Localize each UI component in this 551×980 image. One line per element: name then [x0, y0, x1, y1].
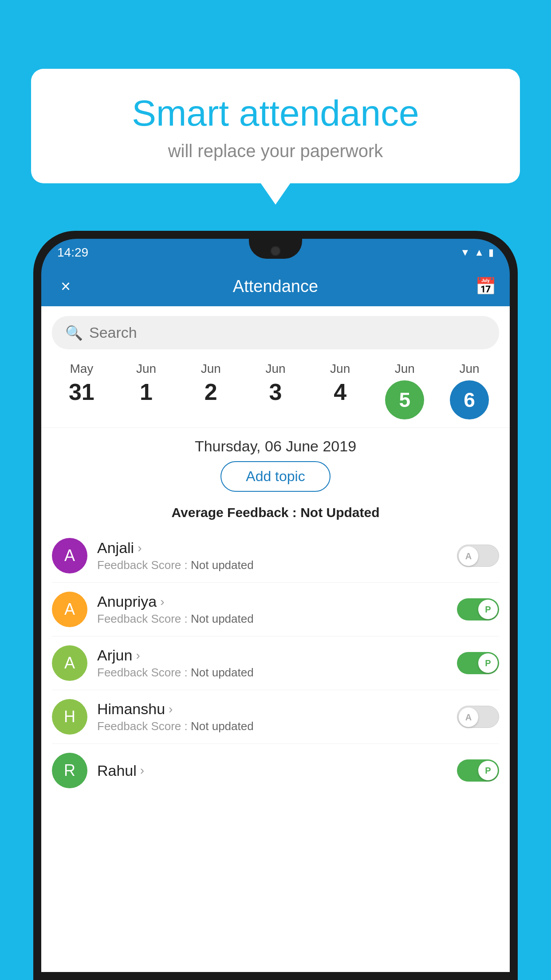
calendar-day-3[interactable]: Jun 3	[251, 362, 300, 427]
calendar-icon[interactable]: 📅	[474, 277, 496, 296]
signal-icon: ▲	[474, 247, 484, 258]
student-avatar-4: R	[52, 753, 87, 788]
student-feedback-0: Feedback Score : Not updated	[97, 558, 447, 572]
toggle-knob-4: P	[478, 761, 498, 780]
student-info-1: Anupriya › Feedback Score : Not updated	[97, 593, 447, 626]
status-icons: ▼ ▲ ▮	[460, 247, 494, 258]
chevron-icon-3: ›	[169, 702, 173, 716]
chevron-icon-1: ›	[160, 595, 164, 609]
chevron-icon-0: ›	[138, 541, 142, 555]
toggle-wrap-1[interactable]: P	[457, 598, 499, 620]
app-toolbar: × Attendance 📅	[41, 266, 510, 306]
avg-feedback-value: Not Updated	[300, 505, 379, 520]
student-name-4[interactable]: Rahul ›	[97, 762, 447, 779]
toolbar-title: Attendance	[77, 277, 474, 296]
phone-frame: 14:29 ▼ ▲ ▮ × Attendance 📅 🔍 May	[33, 231, 518, 980]
student-avatar-3: H	[52, 699, 87, 735]
cal-date-0: 31	[69, 380, 94, 403]
student-info-0: Anjali › Feedback Score : Not updated	[97, 539, 447, 572]
cal-month-2: Jun	[201, 362, 221, 376]
calendar-day-0[interactable]: May 31	[57, 362, 106, 427]
student-name-1[interactable]: Anupriya ›	[97, 593, 447, 610]
student-name-2[interactable]: Arjun ›	[97, 647, 447, 664]
student-item-1: A Anupriya › Feedback Score : Not update…	[52, 583, 499, 636]
bubble-subtitle: will replace your paperwork	[58, 141, 493, 161]
cal-month-5: Jun	[395, 362, 415, 376]
close-button[interactable]: ×	[55, 277, 77, 296]
toggle-wrap-0[interactable]: A	[457, 545, 499, 567]
cal-month-1: Jun	[136, 362, 156, 376]
attendance-toggle-3[interactable]: A	[457, 706, 499, 728]
calendar-day-1[interactable]: Jun 1	[122, 362, 171, 427]
toggle-wrap-4[interactable]: P	[457, 759, 499, 782]
student-feedback-2: Feedback Score : Not updated	[97, 666, 447, 680]
student-feedback-3: Feedback Score : Not updated	[97, 719, 447, 733]
toggle-knob-2: P	[478, 653, 498, 673]
search-input[interactable]	[89, 324, 486, 341]
attendance-toggle-4[interactable]: P	[457, 759, 499, 782]
student-name-0[interactable]: Anjali ›	[97, 539, 447, 557]
student-item-4: R Rahul › P	[52, 744, 499, 797]
selected-date-label: Thursday, 06 June 2019	[41, 428, 510, 461]
attendance-toggle-2[interactable]: P	[457, 652, 499, 674]
cal-month-0: May	[70, 362, 93, 376]
student-item-2: A Arjun › Feedback Score : Not updated P	[52, 636, 499, 690]
calendar-day-4[interactable]: Jun 4	[316, 362, 365, 427]
cal-date-5: 5	[385, 380, 424, 419]
student-name-3[interactable]: Himanshu ›	[97, 700, 447, 718]
wifi-icon: ▼	[460, 247, 470, 258]
cal-month-6: Jun	[459, 362, 479, 376]
battery-icon: ▮	[488, 247, 494, 258]
student-list: A Anjali › Feedback Score : Not updated …	[41, 529, 510, 797]
cal-month-4: Jun	[330, 362, 350, 376]
student-feedback-1: Feedback Score : Not updated	[97, 612, 447, 626]
student-info-3: Himanshu › Feedback Score : Not updated	[97, 700, 447, 733]
status-bar: 14:29 ▼ ▲ ▮	[41, 239, 510, 266]
cal-date-1: 1	[140, 380, 153, 403]
student-avatar-2: A	[52, 645, 87, 681]
notch	[249, 239, 302, 259]
student-avatar-1: A	[52, 592, 87, 627]
calendar-strip: May 31 Jun 1 Jun 2 Jun 3 Jun 4	[41, 357, 510, 428]
chevron-icon-4: ›	[140, 763, 144, 778]
cal-date-4: 4	[334, 380, 346, 403]
app-content: 🔍 May 31 Jun 1 Jun 2 Jun	[41, 306, 510, 972]
status-time: 14:29	[57, 245, 88, 260]
average-feedback: Average Feedback : Not Updated	[41, 501, 510, 529]
toggle-knob-3: A	[459, 707, 478, 727]
cal-month-3: Jun	[265, 362, 285, 376]
attendance-toggle-0[interactable]: A	[457, 545, 499, 567]
phone-inner: 14:29 ▼ ▲ ▮ × Attendance 📅 🔍 May	[41, 239, 510, 972]
avg-feedback-label: Average Feedback :	[171, 505, 296, 520]
calendar-day-2[interactable]: Jun 2	[186, 362, 235, 427]
notch-camera	[271, 246, 280, 256]
student-info-2: Arjun › Feedback Score : Not updated	[97, 647, 447, 680]
attendance-toggle-1[interactable]: P	[457, 598, 499, 620]
calendar-day-5[interactable]: Jun 5	[380, 362, 429, 427]
chevron-icon-2: ›	[136, 648, 140, 663]
search-bar[interactable]: 🔍	[52, 316, 499, 349]
toggle-knob-0: A	[459, 546, 478, 566]
calendar-day-6[interactable]: Jun 6	[445, 362, 494, 427]
add-topic-button[interactable]: Add topic	[220, 461, 330, 492]
toggle-wrap-3[interactable]: A	[457, 706, 499, 728]
toggle-knob-1: P	[478, 600, 498, 619]
search-icon: 🔍	[65, 324, 83, 341]
speech-bubble-container: Smart attendance will replace your paper…	[31, 69, 520, 183]
student-item-3: H Himanshu › Feedback Score : Not update…	[52, 690, 499, 744]
bubble-title: Smart attendance	[58, 93, 493, 133]
student-item-0: A Anjali › Feedback Score : Not updated …	[52, 529, 499, 583]
cal-date-3: 3	[269, 380, 282, 403]
student-info-4: Rahul ›	[97, 762, 447, 779]
toggle-wrap-2[interactable]: P	[457, 652, 499, 674]
cal-date-6: 6	[450, 380, 489, 419]
student-avatar-0: A	[52, 538, 87, 573]
speech-bubble: Smart attendance will replace your paper…	[31, 69, 520, 183]
cal-date-2: 2	[205, 380, 217, 403]
